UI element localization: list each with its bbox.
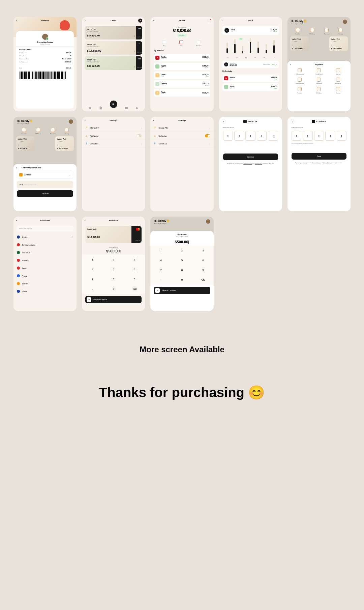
payment-option[interactable]: Saving [330, 87, 346, 94]
keypad-key[interactable]: ⌫ [124, 284, 145, 294]
language-item[interactable]: Mandarin [13, 256, 77, 264]
setting-changepin[interactable]: 🔑Change PIN› [82, 124, 145, 132]
portfolio-item[interactable]: AppleApll$150,00+15,85 [222, 83, 279, 91]
back-icon[interactable]: ‹ [16, 167, 17, 169]
language-item[interactable]: France [13, 272, 77, 280]
portfolio-item[interactable]: AppleApll$150,00+15,85 [154, 63, 210, 70]
keypad-key[interactable]: 7 [150, 265, 171, 275]
time-filter[interactable]: 1M [245, 56, 247, 58]
back-icon[interactable]: ‹ [85, 19, 86, 22]
back-icon[interactable]: ‹ [85, 119, 86, 122]
invest-action-withdraw[interactable]: Withdraw [196, 40, 202, 47]
keypad-key[interactable]: 3 [124, 255, 145, 265]
keypad-key[interactable]: 7 [82, 274, 103, 284]
action-saving[interactable]: Saving [64, 128, 68, 135]
card-item[interactable]: Itadori Yujii**** 9662 2296 3447$ 15,525… [85, 41, 142, 55]
time-filter[interactable]: 1Y [273, 56, 274, 58]
portfolio-item[interactable]: NNetflixNFLX$550,25+2.29 [222, 75, 279, 82]
keypad-key[interactable]: 8 [172, 265, 192, 275]
back-icon[interactable]: ‹ [16, 219, 17, 222]
bell-icon[interactable] [208, 19, 211, 22]
home-icon[interactable] [88, 106, 92, 110]
action-withdraw[interactable]: Withdraw [35, 128, 41, 135]
back-icon[interactable]: ‹ [16, 19, 17, 22]
merchant-select[interactable]: Amazon⌄ [17, 171, 73, 179]
add-button[interactable]: + [138, 19, 142, 23]
keypad-key[interactable]: 5 [103, 265, 124, 274]
keypad-key[interactable]: 5 [172, 255, 192, 265]
keypad-key[interactable]: 4 [150, 255, 171, 265]
pin-digit[interactable]: 0 [292, 131, 301, 141]
paynow-button[interactable]: Pay Now [17, 190, 73, 197]
keypad-key[interactable]: 9 [192, 265, 213, 275]
avatar[interactable] [343, 20, 347, 24]
keypad-key[interactable]: . [150, 275, 171, 285]
pin-digit[interactable]: 0 [268, 131, 278, 141]
portfolio-item[interactable]: NNetflixNFLX$550,25+2.29 [154, 54, 210, 61]
payment-option[interactable]: Transportation [292, 78, 308, 84]
keypad-key[interactable]: ⌫ [192, 275, 213, 285]
code-input[interactable]: 4576 0000-0000-0000 [17, 181, 73, 188]
payment-option[interactable]: Withdraw [311, 87, 327, 94]
card-icon[interactable] [125, 106, 128, 110]
portfolio-item[interactable]: TTeslaTSLA$830,79+8,20 [154, 72, 210, 79]
language-item[interactable]: English✓ [13, 233, 77, 241]
save-button[interactable]: Save [292, 153, 346, 160]
swipe-button[interactable]: ≡Swipe to Continue [154, 287, 210, 294]
pin-digit[interactable]: 0 [314, 131, 324, 141]
time-filter[interactable]: 1D [226, 56, 228, 58]
portfolio-item[interactable]: TTeslaTSLA$830,79 [154, 89, 210, 96]
keypad-key[interactable]: 1 [150, 246, 171, 255]
payment-option[interactable]: Internet [330, 68, 346, 75]
keypad-key[interactable]: 4 [82, 265, 103, 274]
payment-option[interactable]: Credit Card [311, 68, 327, 75]
language-item[interactable]: Japan [13, 264, 77, 272]
keypad-key[interactable]: 2 [172, 246, 192, 255]
payment-option[interactable]: Television [311, 78, 327, 84]
back-icon[interactable]: ‹ [222, 19, 223, 22]
pin-digit[interactable]: 0 [223, 131, 233, 141]
action-transfer[interactable]: Transfer [21, 128, 26, 135]
keypad-key[interactable]: 9 [124, 274, 145, 284]
pin-digit[interactable]: 0 [325, 131, 335, 141]
language-item[interactable]: Bahasa Indonesia [13, 241, 77, 249]
doc-icon[interactable] [99, 106, 102, 110]
pin-digit[interactable]: 0 [245, 131, 255, 141]
action-transfer[interactable]: Transfer [295, 28, 300, 35]
portfolio-item[interactable]: ●SpotifySpot$295,25+2.29 [154, 80, 210, 88]
payment-option[interactable]: Transfer [292, 87, 308, 94]
keypad-key[interactable]: 6 [124, 265, 145, 274]
setting-changepin[interactable]: 🔑Change PIN› [150, 124, 213, 132]
back-icon[interactable]: ‹ [85, 219, 86, 222]
avatar[interactable] [206, 219, 210, 224]
avatar[interactable] [69, 119, 73, 124]
setting-contact[interactable]: 👤Contact Us› [150, 140, 213, 148]
keypad-key[interactable]: 6 [192, 255, 213, 265]
continue-button[interactable]: Continue [223, 154, 278, 160]
back-icon[interactable]: ‹ [290, 119, 294, 123]
time-filter[interactable]: 1W [236, 56, 238, 58]
keypad-key[interactable]: 1 [82, 255, 103, 265]
language-item[interactable]: Russia [13, 287, 77, 295]
pin-digit[interactable]: 0 [257, 131, 267, 141]
invest-action-buy[interactable]: Buy [162, 40, 166, 47]
keypad-key[interactable]: 8 [103, 274, 124, 284]
payment-option[interactable]: E-Commerce [292, 68, 308, 75]
toggle[interactable] [136, 134, 142, 137]
keypad-key[interactable]: . [82, 284, 103, 294]
setting-notification[interactable]: 🔔Notification [82, 132, 145, 140]
pin-digit[interactable]: 0 [234, 131, 244, 141]
search-input[interactable]: Search your language [17, 226, 73, 231]
back-icon[interactable]: ‹ [153, 119, 154, 122]
action-saving[interactable]: Saving [338, 28, 342, 35]
time-filter[interactable]: 6M [264, 56, 266, 58]
payment-option[interactable]: Electricity [330, 78, 346, 84]
setting-contact[interactable]: 👤Contact Us› [82, 140, 145, 148]
card-item[interactable]: Itadori Yujii**** 9953 2906 3447$ 8,122.… [85, 56, 142, 70]
swipe-button[interactable]: ≡Swipe to Continue [85, 296, 142, 303]
language-item[interactable]: Arab Saudi [13, 249, 77, 256]
keypad-key[interactable]: 2 [103, 255, 124, 265]
amount-input[interactable]: $500.00| [84, 249, 143, 253]
setting-notification[interactable]: 🔔Notification [150, 132, 213, 140]
invest-action-sell[interactable]: Sell [179, 40, 183, 47]
